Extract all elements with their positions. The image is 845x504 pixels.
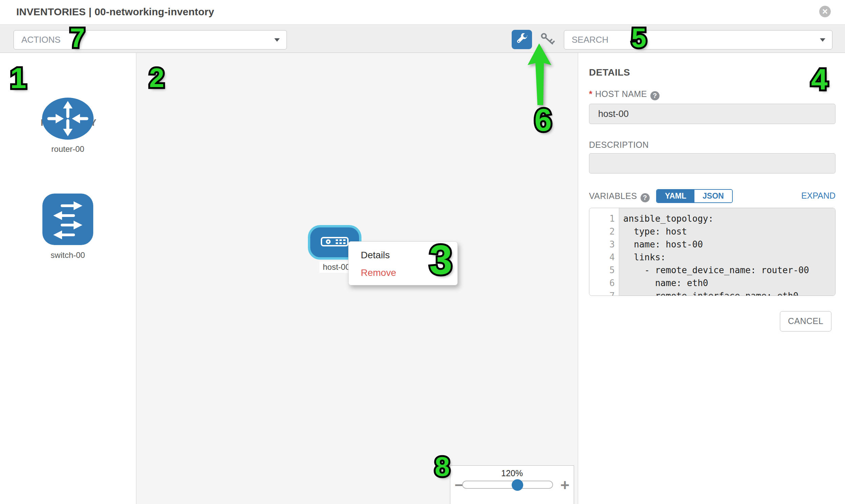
key-icon <box>540 32 556 47</box>
host-server-icon <box>321 237 349 248</box>
cancel-button[interactable]: CANCEL <box>780 311 831 331</box>
tab-yaml[interactable]: YAML <box>657 190 694 202</box>
switch-label: switch-00 <box>42 251 93 260</box>
code-line: 3 name: host-00 <box>589 238 835 251</box>
node-context-menu: Details Remove <box>348 241 458 285</box>
palette-item-switch[interactable]: switch-00 <box>42 194 93 260</box>
credentials-key-button[interactable] <box>540 32 556 47</box>
window-header: INVENTORIES | 00-networking-inventory × <box>0 0 845 24</box>
context-menu-item-remove[interactable]: Remove <box>349 264 457 282</box>
configure-tools-button[interactable] <box>512 30 532 49</box>
search-dropdown[interactable]: SEARCH <box>564 30 832 50</box>
variables-field-label: VARIABLES? <box>589 191 650 202</box>
description-field-label: DESCRIPTION <box>589 140 649 150</box>
required-asterisk: * <box>589 89 592 98</box>
code-line: 5 - remote_device_name: router-00 <box>589 264 835 276</box>
search-dropdown-label: SEARCH <box>572 35 608 45</box>
chevron-down-icon <box>820 38 825 42</box>
code-line: 7 remote_interface_name: eth0 <box>589 289 835 296</box>
zoom-slider-track[interactable] <box>462 481 553 489</box>
palette-item-router[interactable]: router-00 <box>41 97 94 154</box>
chevron-down-icon <box>274 38 280 42</box>
help-icon[interactable]: ? <box>650 91 659 100</box>
help-icon[interactable]: ? <box>640 193 650 202</box>
details-panel-title: DETAILS <box>589 67 630 78</box>
code-line: 2 type: host <box>589 225 835 238</box>
code-line: 1 ansible_topology: <box>589 212 835 225</box>
actions-dropdown-label: ACTIONS <box>21 35 61 45</box>
router-icon <box>41 136 94 141</box>
zoom-control-panel: 120% − + <box>450 465 574 504</box>
context-menu-item-details[interactable]: Details <box>349 247 457 264</box>
code-line: 4 links: <box>589 251 835 264</box>
variables-code-editor[interactable]: 1 ansible_topology: 2 type: host 3 name:… <box>589 208 835 296</box>
page-title: INVENTORIES | 00-networking-inventory <box>16 6 214 18</box>
router-label: router-00 <box>41 144 94 154</box>
variables-format-toggle: YAML JSON <box>656 189 733 203</box>
description-input[interactable] <box>589 153 835 174</box>
host-name-field-label: *HOST NAME? <box>589 89 659 100</box>
zoom-level-readout: 120% <box>450 468 574 478</box>
inventory-topology-window: INVENTORIES | 00-networking-inventory × … <box>0 0 845 504</box>
close-icon[interactable]: × <box>819 6 831 17</box>
tab-json[interactable]: JSON <box>694 190 732 202</box>
zoom-in-button[interactable]: + <box>558 476 572 494</box>
toolbar: ACTIONS <box>0 24 845 53</box>
zoom-slider-thumb[interactable] <box>512 479 523 491</box>
switch-icon <box>42 242 93 248</box>
actions-dropdown[interactable]: ACTIONS <box>14 30 287 50</box>
expand-link[interactable]: EXPAND <box>768 191 835 201</box>
host-name-input[interactable] <box>589 104 835 124</box>
code-line: 6 name: eth0 <box>589 276 835 289</box>
wrench-icon <box>516 33 528 46</box>
